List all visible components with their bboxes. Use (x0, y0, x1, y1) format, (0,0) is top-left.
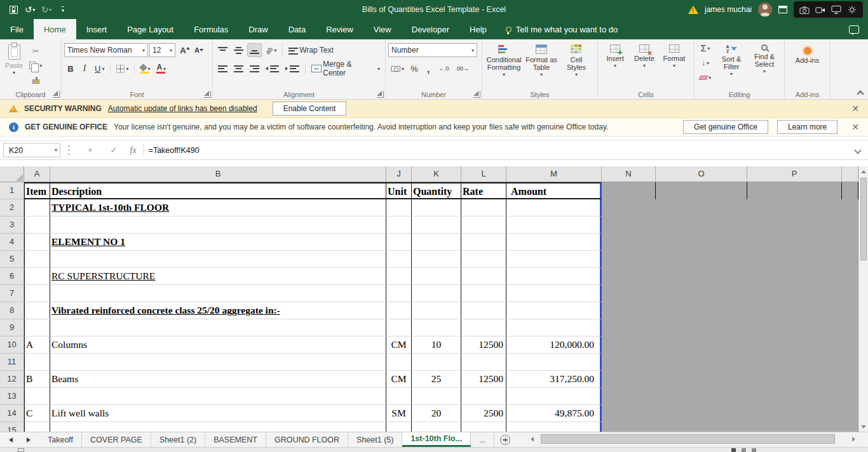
bottom-align-button[interactable] (247, 43, 262, 57)
cell-J14[interactable]: SM (386, 405, 412, 422)
cell-L14[interactable]: 2500 (461, 405, 506, 422)
font-color-button[interactable]: A (154, 62, 168, 76)
percent-style-button[interactable]: % (408, 62, 421, 76)
format-cells-button[interactable]: Format (659, 41, 689, 89)
cell-x9[interactable] (842, 319, 858, 336)
comments-icon[interactable] (849, 25, 859, 34)
sheet-nav-left-icon[interactable] (9, 437, 13, 442)
comma-style-button[interactable]: , (422, 62, 435, 76)
cell-x15[interactable] (842, 422, 858, 432)
cell-M6[interactable] (506, 268, 602, 285)
cell-M13[interactable] (506, 388, 602, 405)
page-break-view-icon[interactable] (752, 448, 756, 452)
cell-K12[interactable]: 25 (412, 371, 461, 388)
fill-button[interactable] (697, 56, 714, 70)
cell-N15[interactable] (602, 422, 656, 432)
cell-P8[interactable] (747, 302, 842, 319)
cell-K3[interactable] (412, 216, 461, 234)
cell-x6[interactable] (842, 268, 858, 285)
column-header-P[interactable]: P (747, 166, 842, 182)
ribbon-tab-draw[interactable]: Draw (238, 19, 278, 39)
enter-button[interactable]: ✓ (111, 145, 118, 155)
cell-O8[interactable] (656, 302, 747, 319)
cell-B11[interactable] (50, 354, 386, 371)
cell-M10[interactable]: 120,000.00 (506, 336, 602, 354)
cell-L5[interactable] (461, 251, 506, 268)
tell-me-box[interactable]: Tell me what you want to do (497, 19, 627, 39)
cell-A1[interactable]: Item (24, 182, 50, 199)
merge-center-button[interactable]: Merge & Center (309, 62, 383, 76)
delete-cells-button[interactable]: Delete (630, 41, 659, 89)
worksheet-grid[interactable]: ABJKLMNOP1ItemDescriptionUnitQuantityRat… (0, 166, 858, 432)
enable-content-button[interactable]: Enable Content (273, 102, 347, 116)
cell-x1[interactable] (842, 182, 858, 199)
cell-M7[interactable] (506, 285, 602, 302)
add-ins-button[interactable]: Add-ins (790, 41, 825, 89)
cell-J2[interactable] (386, 199, 412, 216)
sheet-tab-ground-floor[interactable]: GROUND FLOOR (266, 432, 348, 447)
cell-O4[interactable] (656, 234, 747, 251)
formula-input[interactable]: =Takeoff!K490 (149, 146, 855, 155)
page-layout-view-icon[interactable] (742, 448, 746, 452)
row-header-15[interactable]: 15 (0, 422, 24, 432)
cell-N7[interactable] (602, 285, 656, 302)
cell-B6[interactable]: RC SUPERSTRUCTURE (50, 268, 386, 285)
decrease-decimal-button[interactable]: .00→ (453, 62, 472, 76)
cut-button[interactable] (27, 44, 44, 58)
new-sheet-button[interactable] (500, 435, 510, 445)
find-select-button[interactable]: Find & Select (748, 41, 781, 89)
cell-A4[interactable] (24, 234, 50, 251)
cell-N11[interactable] (602, 354, 656, 371)
cell-L7[interactable] (461, 285, 506, 302)
font-size-combo[interactable]: 12 (149, 43, 175, 57)
cell-K11[interactable] (412, 354, 461, 371)
cell-N9[interactable] (602, 319, 656, 336)
settings-gear-icon[interactable] (847, 5, 857, 15)
italic-button[interactable]: I (78, 62, 91, 76)
cell-N5[interactable] (602, 251, 656, 268)
cell-M2[interactable] (506, 199, 602, 216)
cell-K10[interactable]: 10 (412, 336, 461, 354)
horizontal-scrollbar-thumb[interactable] (541, 434, 835, 444)
cell-O12[interactable] (656, 371, 747, 388)
column-header-O[interactable]: O (656, 166, 747, 182)
clear-button[interactable] (697, 70, 714, 84)
alignment-dialog-launcher[interactable] (377, 91, 384, 98)
cell-P11[interactable] (747, 354, 842, 371)
cell-L15[interactable] (461, 422, 506, 432)
increase-indent-button[interactable] (283, 62, 302, 76)
row-header-11[interactable]: 11 (0, 354, 24, 371)
cell-A7[interactable] (24, 285, 50, 302)
cell-J10[interactable]: CM (386, 336, 412, 354)
cell-J7[interactable] (386, 285, 412, 302)
camera-icon[interactable] (799, 6, 810, 14)
cell-A5[interactable] (24, 251, 50, 268)
cell-O15[interactable] (656, 422, 747, 432)
increase-decimal-button[interactable]: ←.0 (436, 62, 452, 76)
cell-O2[interactable] (656, 199, 747, 216)
decrease-font-button[interactable]: A (191, 43, 203, 57)
cell-J8[interactable] (386, 302, 412, 319)
customize-qat-button[interactable] (56, 3, 70, 17)
increase-font-button[interactable]: A (177, 43, 189, 57)
orientation-button[interactable] (263, 43, 279, 57)
cell-x13[interactable] (842, 388, 858, 405)
row-header-8[interactable]: 8 (0, 302, 24, 319)
undo-button[interactable] (23, 3, 37, 17)
align-center-button[interactable] (231, 62, 246, 76)
cell-P2[interactable] (747, 199, 842, 216)
cell-P6[interactable] (747, 268, 842, 285)
sheet-tab-sheet1-5-[interactable]: Sheet1 (5) (348, 432, 402, 447)
sheet-tab-basement[interactable]: BASEMENT (205, 432, 266, 447)
cell-O5[interactable] (656, 251, 747, 268)
cell-O9[interactable] (656, 319, 747, 336)
format-as-table-button[interactable]: Format as Table (523, 41, 560, 89)
cell-O6[interactable] (656, 268, 747, 285)
genuine-office-close-icon[interactable]: ✕ (851, 122, 859, 132)
cell-L10[interactable]: 12500 (461, 336, 506, 354)
cell-A14[interactable]: C (24, 405, 50, 422)
ribbon-tab-page-layout[interactable]: Page Layout (117, 19, 184, 39)
cell-B4[interactable]: ELEMENT NO 1 (50, 234, 386, 251)
cell-J15[interactable] (386, 422, 412, 432)
column-header-K[interactable]: K (412, 166, 461, 182)
